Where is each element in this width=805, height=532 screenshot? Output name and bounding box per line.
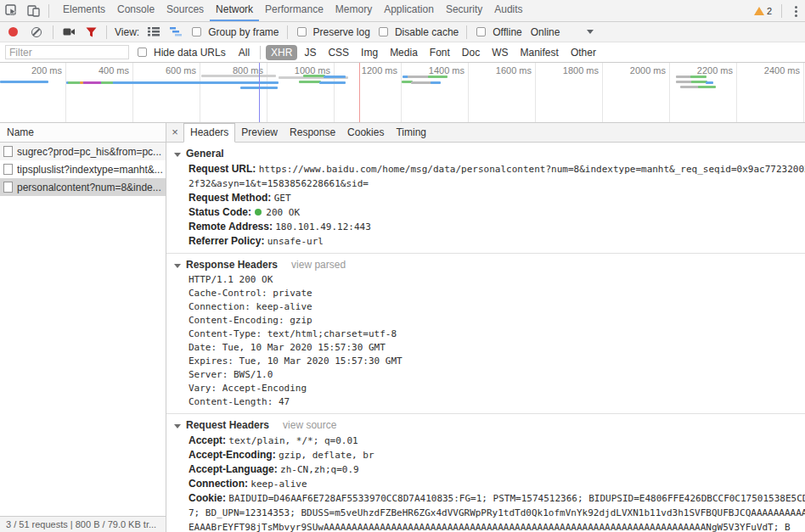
column-header-name[interactable]: Name [0, 123, 166, 143]
group-by-frame-checkbox[interactable] [192, 27, 201, 36]
filter-type-img[interactable]: Img [356, 45, 383, 60]
detail-tab-preview[interactable]: Preview [235, 123, 284, 143]
show-overview-icon[interactable] [165, 21, 187, 42]
ruler-tick-label: 1800 ms [563, 65, 599, 76]
more-options-icon[interactable] [786, 0, 805, 21]
tab-application[interactable]: Application [378, 0, 440, 21]
filter-type-media[interactable]: Media [385, 45, 423, 60]
tab-sources[interactable]: Sources [160, 0, 210, 21]
offline-checkbox[interactable] [476, 27, 486, 36]
hide-data-urls-checkbox[interactable] [138, 48, 147, 57]
waterfall-bar [698, 86, 716, 88]
cookie-line: Cookie: BAIDUID=D46AAF6E728AF5533970CC8D… [166, 491, 805, 506]
waterfall-bar [101, 81, 113, 84]
filter-icon[interactable] [80, 21, 102, 42]
section-divider [166, 253, 805, 254]
waterfall-bar [428, 76, 448, 78]
filter-type-all[interactable]: All [234, 45, 255, 60]
cookie-line: EAAABrEYFT98jTsMbvyr9SUwAAAAAAAAAAAAAAAA… [166, 520, 805, 532]
network-overview-timeline[interactable]: 200 ms400 ms600 ms800 ms1000 ms1200 ms14… [0, 63, 805, 123]
preserve-log-checkbox[interactable] [297, 27, 307, 36]
request-row[interactable]: tipspluslist?indextype=manht&... [0, 160, 166, 178]
tab-performance[interactable]: Performance [259, 0, 329, 21]
tab-security[interactable]: Security [440, 0, 488, 21]
request-headers-section-header[interactable]: Request Headersview source [166, 416, 805, 434]
response-header-line: Server: BWS/1.0 [166, 368, 805, 382]
filter-type-ws[interactable]: WS [487, 45, 513, 60]
header-row: Remote Address: 180.101.49.12:443 [166, 220, 805, 234]
throttling-select[interactable]: Online [531, 26, 560, 38]
disable-cache-checkbox[interactable] [379, 27, 388, 36]
detail-tab-timing[interactable]: Timing [390, 123, 432, 143]
ruler-tick-label: 200 ms [31, 65, 62, 76]
view-parsed-link[interactable]: view parsed [291, 259, 346, 271]
ruler-gridline [132, 63, 133, 122]
requests-list: sugrec?prod=pc_his&from=pc...tipspluslis… [0, 143, 166, 516]
filter-type-xhr[interactable]: XHR [266, 45, 297, 60]
waterfall-bar [303, 75, 325, 77]
header-value: gzip, deflate, br [279, 450, 374, 461]
header-row: Request Method: GET [166, 191, 805, 205]
response-header-line: Connection: keep-alive [166, 300, 805, 314]
header-row: 2f32&asyn=1&t=1583856228661&sid= [166, 176, 805, 191]
ruler-tick-label: 2000 ms [630, 65, 666, 76]
filter-type-css[interactable]: CSS [323, 45, 354, 60]
detail-tab-cookies[interactable]: Cookies [341, 123, 390, 143]
header-value: zh-CN,zh;q=0.9 [280, 464, 359, 475]
throttling-dropdown-arrow-icon[interactable] [587, 30, 594, 34]
filter-type-font[interactable]: Font [425, 45, 455, 60]
filter-type-manifest[interactable]: Manifest [515, 45, 564, 60]
device-toolbar-icon[interactable] [22, 0, 44, 21]
header-value: 2f32&asyn=1&t=1583856228661&sid= [189, 178, 369, 189]
header-key: Referrer Policy: [189, 235, 267, 247]
capture-screenshots-icon[interactable] [58, 21, 80, 42]
detail-tab-headers[interactable]: Headers [183, 123, 235, 143]
filter-input[interactable] [5, 45, 129, 59]
tab-audits[interactable]: Audits [488, 0, 528, 21]
response-header-line: Content-Length: 47 [166, 395, 805, 409]
header-key: Accept-Language: [189, 463, 280, 475]
request-name: personalcontent?num=8&inde... [17, 182, 161, 193]
document-icon [3, 146, 13, 157]
view-source-link[interactable]: view source [283, 419, 336, 431]
header-value: BAIDUID=D46AAF6E728AF5533970CC8D7A410835… [228, 493, 805, 504]
response-header-line: Vary: Accept-Encoding [166, 382, 805, 395]
toolbar-separator [781, 4, 782, 18]
general-section-header[interactable]: General [166, 144, 805, 162]
filter-type-doc[interactable]: Doc [457, 45, 485, 60]
tab-elements[interactable]: Elements [57, 0, 111, 21]
header-value: unsafe-url [267, 236, 324, 247]
request-row[interactable]: sugrec?prod=pc_his&from=pc... [0, 143, 166, 160]
view-label: View: [115, 26, 139, 38]
network-main-split: Name sugrec?prod=pc_his&from=pc...tipspl… [0, 123, 805, 532]
filter-type-other[interactable]: Other [566, 45, 601, 60]
waterfall-bar [324, 76, 346, 78]
console-warnings-badge[interactable]: 2 [749, 6, 777, 16]
detail-tab-response[interactable]: Response [284, 123, 341, 143]
header-value: EAAABrEYFT98jTsMbvyr9SUwAAAAAAAAAAAAAAAA… [189, 522, 791, 532]
ruler-gridline [803, 63, 804, 122]
tab-network[interactable]: Network [210, 0, 259, 21]
tab-console[interactable]: Console [111, 0, 160, 21]
response-header-line: Cache-Control: private [166, 287, 805, 300]
headers-panel: General Request URL: https://www.baidu.c… [166, 143, 805, 532]
inspect-element-icon[interactable] [0, 0, 22, 21]
use-large-rows-icon[interactable] [143, 21, 165, 42]
clear-network-log-icon[interactable] [31, 27, 42, 37]
ruler-gridline [602, 63, 603, 122]
close-detail-icon[interactable]: × [166, 123, 183, 142]
ruler-tick-label: 2200 ms [697, 65, 733, 76]
request-row[interactable]: personalcontent?num=8&inde... [0, 178, 166, 196]
filter-type-js[interactable]: JS [299, 45, 321, 60]
header-key: Request URL: [189, 163, 259, 175]
ruler-gridline [65, 63, 66, 122]
record-network-log-icon[interactable] [8, 27, 18, 36]
tab-memory[interactable]: Memory [329, 0, 378, 21]
header-key: Connection: [189, 478, 251, 490]
header-key: Request Method: [189, 192, 274, 204]
requests-list-pane: Name sugrec?prod=pc_his&from=pc...tipspl… [0, 123, 166, 532]
header-key: Remote Address: [189, 221, 275, 232]
waterfall-bar [68, 81, 80, 84]
response-headers-section-header[interactable]: Response Headersview parsed [166, 255, 805, 273]
response-header-line: Date: Tue, 10 Mar 2020 15:57:30 GMT [166, 341, 805, 355]
